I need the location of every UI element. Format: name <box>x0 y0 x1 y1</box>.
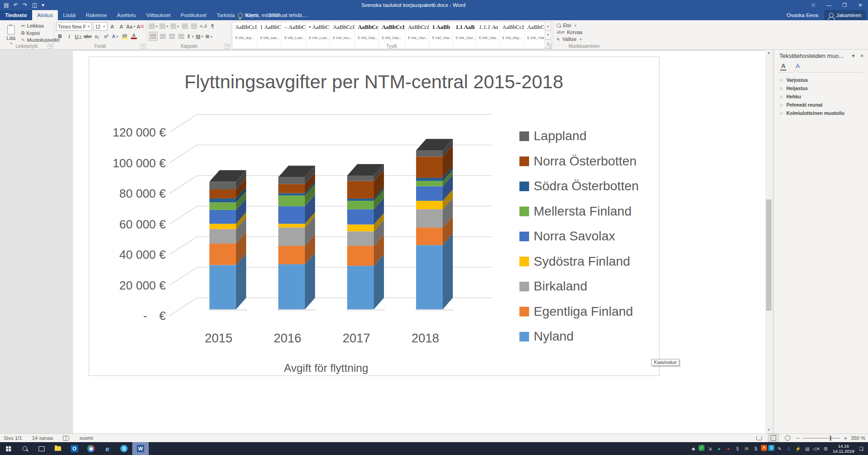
minimize-icon[interactable]: — <box>821 0 837 10</box>
web-layout-button[interactable] <box>783 434 793 442</box>
tab-viittaukset[interactable]: Viittaukset <box>141 10 175 20</box>
tab-aloitus[interactable]: Aloitus <box>32 10 58 20</box>
change-case-button[interactable]: Aa▼ <box>127 23 135 31</box>
font-name-combo[interactable]: Times New F▼ <box>56 22 92 31</box>
find-button[interactable]: Etsi▼ <box>557 23 582 28</box>
tray-network-display-icon[interactable]: ▤ <box>803 445 811 453</box>
styles-scroll-down[interactable]: ▼ <box>545 30 551 39</box>
tray-apps-grid-icon[interactable]: ⊞ <box>822 445 829 453</box>
tab-tarkista[interactable]: Tarkista <box>211 10 240 20</box>
line-spacing-button[interactable]: ⇕▼ <box>186 32 194 40</box>
pane-item-varjostus[interactable]: ▷Varjostus <box>780 77 845 83</box>
scroll-up-icon[interactable]: ▲ <box>765 50 772 56</box>
select-button[interactable]: ⇖Valitse▼ <box>557 36 582 42</box>
tray-defender-shield-icon[interactable]: ✓ <box>699 445 705 451</box>
subscript-button[interactable]: x₂ <box>93 32 101 40</box>
multilevel-list-button[interactable]: ▼ <box>170 22 180 30</box>
text-fill-tab-icon[interactable]: A <box>780 63 786 71</box>
tray-sphere-icon[interactable]: ● <box>715 445 723 453</box>
task-view-button[interactable] <box>33 442 50 455</box>
tab-tiedosto[interactable]: Tiedosto <box>0 10 32 20</box>
pane-item-hehku[interactable]: ▷Hehku <box>780 94 845 99</box>
font-dialog-launcher[interactable]: ⇘ <box>140 44 145 49</box>
pane-item-pehme-t-reunat[interactable]: ▷Pehmeät reunat <box>780 102 845 108</box>
align-left-button[interactable] <box>149 32 158 41</box>
zoom-in-button[interactable]: + <box>844 435 847 442</box>
styles-dialog-launcher[interactable]: ⇘ <box>547 44 552 49</box>
read-mode-button[interactable] <box>754 434 764 442</box>
bullets-button[interactable]: ▼ <box>149 22 158 30</box>
word-count[interactable]: 14 sanaa <box>32 435 53 441</box>
taskbar-app-word[interactable]: W <box>132 442 149 455</box>
zoom-out-button[interactable]: − <box>796 435 800 442</box>
paragraph-dialog-launcher[interactable]: ⇘ <box>225 44 230 49</box>
language-indicator[interactable]: suomi <box>79 435 93 441</box>
tray-skype-s-icon[interactable]: S <box>752 445 760 453</box>
superscript-button[interactable]: x² <box>102 32 110 40</box>
tray-settings-gear-icon[interactable]: ✶ <box>761 445 767 451</box>
taskbar-app-internet-explorer[interactable]: e <box>99 442 116 455</box>
scrollbar-thumb[interactable] <box>766 199 772 311</box>
taskbar-app-skype[interactable]: S <box>116 442 132 455</box>
text-effects-button[interactable]: A▼ <box>112 32 119 40</box>
print-layout-button[interactable] <box>768 434 779 442</box>
pane-close-icon[interactable]: ✕ <box>860 53 864 58</box>
borders-button[interactable]: ⊞▼ <box>205 32 213 40</box>
tab-postitukset[interactable]: Postitukset <box>175 10 211 20</box>
align-right-button[interactable] <box>168 32 176 40</box>
tray-screen-share-icon[interactable]: ⇲ <box>706 445 714 453</box>
start-button[interactable] <box>0 442 17 455</box>
zoom-slider-thumb[interactable] <box>830 436 831 441</box>
taskbar-clock[interactable]: 14.1614.11.2019 <box>833 444 854 454</box>
sort-button[interactable]: A↓Z <box>199 22 207 30</box>
strikethrough-button[interactable]: abc <box>84 32 92 40</box>
italic-button[interactable]: I <box>65 32 73 40</box>
taskbar-search-button[interactable] <box>17 442 33 455</box>
numbering-button[interactable]: ▼ <box>159 22 169 30</box>
scroll-down-icon[interactable]: ▼ <box>765 427 772 433</box>
decrease-indent-button[interactable] <box>181 22 189 30</box>
tab-asettelu[interactable]: Asettelu <box>112 10 141 20</box>
tray-bluetooth-icon[interactable]: ᛒ <box>785 445 793 453</box>
tray-volume-icon[interactable]: ◁✕ <box>812 445 820 453</box>
tray-pen-icon[interactable]: ✎ <box>776 445 783 453</box>
tell-me-box[interactable]: Kerro, mitä haluat tehdä… <box>238 10 307 20</box>
zoom-level[interactable]: 350 % <box>851 435 865 441</box>
taskbar-app-file-explorer[interactable] <box>50 442 66 455</box>
tray-mail-icon[interactable]: ✉ <box>743 445 750 453</box>
user-name[interactable]: Ovaska Eeva <box>787 12 818 18</box>
increase-indent-button[interactable] <box>190 22 198 30</box>
shrink-font-button[interactable]: Aˇ <box>118 23 126 31</box>
pane-item-kolmiulotteinen-muotoilu[interactable]: ▷Kolmiulotteinen muotoilu <box>780 110 845 116</box>
styles-scroll-up[interactable]: ▲ <box>545 22 551 30</box>
bold-button[interactable]: B <box>56 32 64 40</box>
pilcrow-button[interactable]: ¶ <box>209 22 216 30</box>
tray-skype-business-icon[interactable]: S <box>768 445 774 451</box>
restore-icon[interactable]: ❐ <box>837 0 852 10</box>
taskbar-app-outlook[interactable]: O <box>66 442 83 455</box>
tab-rakenne[interactable]: Rakenne <box>81 10 112 20</box>
share-button[interactable]: Jakaminen <box>824 10 866 20</box>
zoom-slider[interactable] <box>803 438 840 438</box>
replace-button[interactable]: ab⇄Korvaa <box>557 29 582 35</box>
tray-power-icon[interactable]: ⚡ <box>794 445 802 453</box>
close-icon[interactable]: ✕ <box>852 0 868 10</box>
page-indicator[interactable]: Sivu 1/1 <box>4 435 22 441</box>
font-color-button[interactable]: A <box>130 32 138 40</box>
justify-button[interactable] <box>177 32 185 40</box>
align-center-button[interactable] <box>159 32 167 40</box>
clear-formatting-button[interactable]: A <box>136 23 144 31</box>
tray-link-icon[interactable]: § <box>733 445 741 453</box>
ribbon-display-options-icon[interactable]: ⍐ <box>806 0 821 10</box>
underline-button[interactable]: U▼ <box>74 32 82 40</box>
taskbar-app-chrome[interactable] <box>83 442 99 455</box>
highlight-button[interactable]: ab <box>121 32 129 40</box>
tab-lis[interactable]: Lisää <box>58 10 81 20</box>
chart-object[interactable]: -€20 000 €40 000 €60 000 €80 000 €100 00… <box>89 57 659 376</box>
action-center-icon[interactable]: ❏ <box>857 445 865 453</box>
proofing-icon[interactable] <box>63 436 69 441</box>
grow-font-button[interactable]: Aˆ <box>109 23 117 31</box>
tray-people-icon[interactable]: ☻ <box>689 445 697 453</box>
pane-options-icon[interactable]: ▼ <box>851 53 856 58</box>
shading-button[interactable]: ▨▼ <box>196 32 204 40</box>
